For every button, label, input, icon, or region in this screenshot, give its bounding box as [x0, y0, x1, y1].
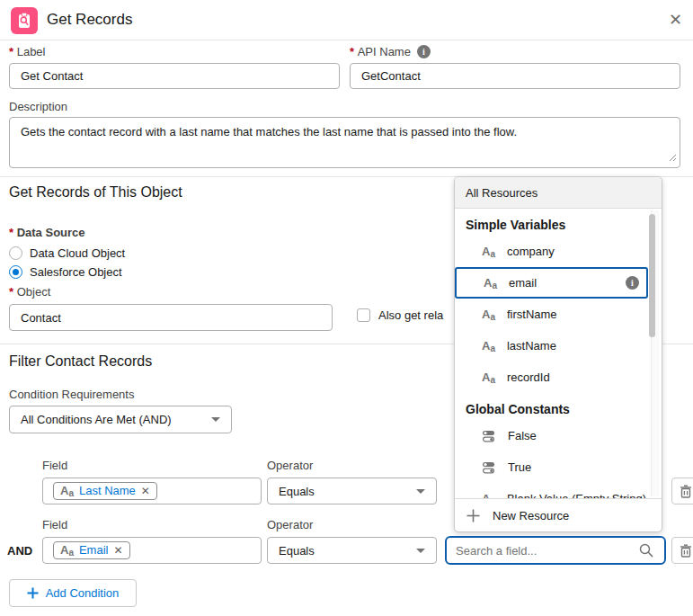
- search-icon: [639, 543, 653, 558]
- field-pill[interactable]: Aa Email ✕: [53, 541, 130, 559]
- dialog-title: Get Records: [47, 11, 132, 29]
- resource-list: Simple Variables Aa company Aa email i A…: [455, 209, 662, 498]
- radio-icon[interactable]: [9, 246, 22, 260]
- plus-icon: [27, 587, 39, 599]
- new-resource-button[interactable]: New Resource: [455, 499, 662, 532]
- operator-label: Operator: [267, 518, 313, 531]
- description-value: Gets the contact record with a last name…: [21, 125, 517, 138]
- value-search-input[interactable]: [445, 536, 666, 565]
- object-input-value: Contact: [21, 311, 61, 325]
- condition-requirements-label: Condition Requirements: [9, 388, 134, 401]
- resource-picker-panel: All Resources Simple Variables Aa compan…: [454, 176, 662, 532]
- info-icon[interactable]: i: [626, 276, 639, 290]
- resource-item-label: email: [509, 276, 537, 290]
- field-input-1[interactable]: Aa Last Name ✕: [42, 478, 262, 504]
- toggle-type-icon: [482, 430, 496, 442]
- description-label: Description: [9, 100, 67, 113]
- text-type-icon: Aa: [482, 492, 495, 498]
- text-type-icon: Aa: [482, 245, 495, 258]
- api-name-label: API Name: [350, 45, 411, 58]
- info-icon[interactable]: i: [417, 45, 431, 58]
- object-label: Object: [9, 285, 50, 299]
- resize-handle-icon[interactable]: [669, 151, 677, 165]
- resource-item-true[interactable]: True: [455, 451, 662, 483]
- scrollbar-track[interactable]: [651, 210, 659, 496]
- api-name-input-value: GetContact: [361, 69, 421, 83]
- scrollbar-thumb[interactable]: [649, 214, 655, 337]
- resource-item-blank-value[interactable]: Aa Blank Value (Empty String): [455, 483, 662, 498]
- resource-item-label: firstName: [507, 308, 557, 321]
- field-label: Field: [42, 518, 67, 531]
- resource-item-label: True: [508, 460, 531, 474]
- toggle-type-icon: [482, 461, 496, 474]
- operator-select-2[interactable]: Equals: [267, 537, 437, 564]
- remove-pill-icon[interactable]: ✕: [141, 485, 150, 497]
- operator-value: Equals: [279, 485, 315, 498]
- plus-icon: [466, 509, 480, 522]
- chevron-down-icon: [416, 549, 425, 553]
- group-title-global-constants: Global Constants: [455, 393, 662, 420]
- resource-item-label: recordId: [507, 370, 550, 384]
- radio-data-cloud-object[interactable]: Data Cloud Object: [9, 246, 125, 260]
- resource-item-label: lastName: [507, 339, 556, 353]
- field-label: Field: [42, 459, 67, 472]
- label-field-label: Label: [9, 45, 45, 58]
- operator-select-1[interactable]: Equals: [267, 478, 437, 504]
- resource-item-firstname[interactable]: Aa firstName: [455, 299, 662, 330]
- text-type-icon: Aa: [60, 543, 74, 557]
- field-input-2[interactable]: Aa Email ✕: [42, 537, 262, 564]
- chevron-down-icon: [211, 417, 220, 422]
- object-input[interactable]: Contact: [9, 304, 333, 331]
- pill-label: Email: [79, 543, 109, 557]
- operator-value: Equals: [279, 544, 315, 558]
- radio-selected-icon[interactable]: [9, 265, 22, 279]
- trash-icon: [680, 485, 692, 498]
- resource-item-company[interactable]: Aa company: [455, 236, 662, 267]
- delete-condition-button-1[interactable]: [671, 478, 693, 504]
- condition-requirements-select[interactable]: All Conditions Are Met (AND): [9, 406, 232, 433]
- text-type-icon: Aa: [482, 370, 495, 384]
- close-icon[interactable]: ✕: [669, 9, 682, 31]
- text-type-icon: Aa: [60, 484, 74, 497]
- object-section-title: Get Records of This Object: [9, 184, 182, 201]
- radio-label: Salesforce Object: [30, 265, 122, 279]
- remove-pill-icon[interactable]: ✕: [113, 544, 122, 557]
- condition-requirements-value: All Conditions Are Met (AND): [21, 413, 172, 426]
- trash-icon: [680, 544, 692, 558]
- resource-picker-header[interactable]: All Resources: [455, 177, 662, 209]
- resource-item-email[interactable]: Aa email i: [455, 267, 648, 299]
- label-input-value: Get Contact: [21, 69, 83, 83]
- api-name-input[interactable]: GetContact: [350, 63, 680, 89]
- add-condition-label: Add Condition: [46, 586, 120, 600]
- resource-item-label: Blank Value (Empty String): [507, 492, 646, 498]
- radio-salesforce-object[interactable]: Salesforce Object: [9, 265, 122, 279]
- checkbox-icon[interactable]: [357, 308, 370, 322]
- resource-item-label: company: [507, 245, 555, 258]
- new-resource-label: New Resource: [493, 509, 569, 522]
- checkbox-label: Also get rela: [378, 308, 443, 322]
- resource-item-recordid[interactable]: Aa recordId: [455, 362, 662, 393]
- chevron-down-icon: [416, 489, 425, 494]
- resource-item-false[interactable]: False: [455, 420, 662, 451]
- add-condition-button[interactable]: Add Condition: [9, 579, 137, 607]
- label-input[interactable]: Get Contact: [9, 63, 340, 89]
- text-type-icon: Aa: [482, 339, 495, 353]
- resource-item-label: False: [508, 429, 537, 442]
- get-records-dialog: Get Records ✕ Label Get Contact API Name…: [0, 0, 693, 616]
- field-pill[interactable]: Aa Last Name ✕: [53, 482, 157, 500]
- all-resources-label: All Resources: [466, 186, 538, 200]
- pill-label: Last Name: [79, 484, 136, 497]
- radio-label: Data Cloud Object: [30, 246, 125, 260]
- text-type-icon: Aa: [484, 276, 497, 290]
- also-get-related-checkbox-row[interactable]: Also get rela: [357, 308, 443, 322]
- text-type-icon: Aa: [482, 308, 495, 321]
- operator-label: Operator: [267, 459, 313, 472]
- description-textarea[interactable]: Gets the contact record with a last name…: [9, 117, 680, 168]
- get-records-element-icon: [11, 7, 38, 34]
- delete-condition-button-2[interactable]: [671, 537, 693, 564]
- search-input[interactable]: [447, 544, 639, 558]
- filter-section-title: Filter Contact Records: [9, 353, 152, 370]
- resource-item-lastname[interactable]: Aa lastName: [455, 330, 662, 362]
- data-source-label: Data Source: [9, 226, 85, 239]
- group-title-simple-variables: Simple Variables: [455, 209, 662, 236]
